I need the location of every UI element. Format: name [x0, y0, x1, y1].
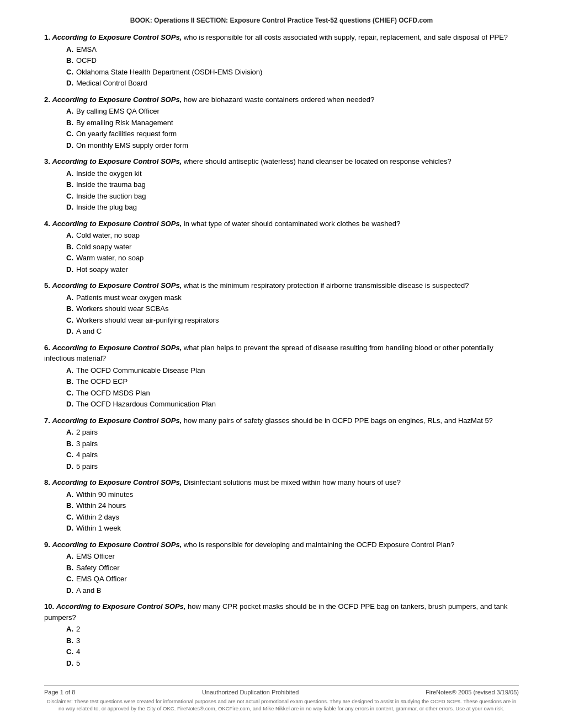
question-6-number: 6. [44, 344, 52, 352]
question-8-answers: A.Within 90 minutesB.Within 24 hoursC.Wi… [44, 489, 519, 534]
answer-letter: A. [66, 168, 76, 179]
footer-right: FireNotes® 2005 (revised 3/19/05) [426, 689, 519, 695]
footer: Page 1 of 8 Unauthorized Duplication Pro… [44, 685, 519, 713]
question-3-answer-2: C.Inside the suction bag [66, 191, 519, 202]
answer-letter: A. [66, 624, 76, 635]
question-10-answers: A.2B.3C.4D.5 [44, 624, 519, 668]
answer-letter: A. [66, 427, 76, 438]
question-2: 2. According to Exposure Control SOPs, h… [44, 94, 519, 151]
questions-container: 1. According to Exposure Control SOPs, w… [44, 32, 519, 668]
question-10-answer-2: C.4 [66, 646, 519, 657]
question-7-answer-3: D.5 pairs [66, 461, 519, 472]
question-9-answer-1: B.Safety Officer [66, 563, 519, 574]
footer-page: Page 1 of 8 [44, 689, 75, 695]
question-8-answer-0: A.Within 90 minutes [66, 489, 519, 500]
answer-letter: C. [66, 253, 76, 264]
answer-letter: D. [66, 399, 76, 410]
question-2-answer-3: D.On monthly EMS supply order form [66, 140, 519, 151]
question-7-stem-italic: According to Exposure Control SOPs, [52, 416, 182, 425]
answer-text: Oklahoma State Health Department (OSDH-E… [76, 68, 262, 76]
answer-letter: C. [66, 67, 76, 78]
question-3-answer-1: B.Inside the trauma bag [66, 179, 519, 190]
question-9-number: 9. [44, 540, 52, 549]
answer-letter: A. [66, 292, 76, 303]
question-7-answer-1: B.3 pairs [66, 438, 519, 449]
question-1-stem-italic: According to Exposure Control SOPs, [52, 33, 182, 41]
answer-text: Workers should wear air-purifying respir… [76, 316, 219, 324]
answer-letter: B. [66, 303, 76, 314]
question-10-number: 10. [44, 602, 56, 611]
question-1-answer-1: B.OCFD [66, 55, 519, 66]
answer-letter: D. [66, 461, 76, 472]
answer-letter: D. [66, 78, 76, 89]
question-2-stem-italic: According to Exposure Control SOPs, [52, 95, 182, 104]
question-3-answer-3: D.Inside the plug bag [66, 202, 519, 213]
answer-letter: D. [66, 326, 76, 337]
question-4-answer-3: D.Hot soapy water [66, 264, 519, 275]
answer-letter: C. [66, 191, 76, 202]
question-2-answer-1: B.By emailing Risk Management [66, 117, 519, 129]
answer-text: Patients must wear oxygen mask [76, 293, 182, 302]
question-7-answers: A.2 pairsB.3 pairsC.4 pairsD.5 pairs [44, 427, 519, 472]
answer-text: A and B [76, 586, 102, 595]
question-10-answer-0: A.2 [66, 624, 519, 635]
answer-text: Inside the plug bag [76, 203, 137, 211]
answer-letter: B. [66, 500, 76, 511]
answer-text: Within 2 days [76, 513, 119, 521]
question-9-stem-rest: who is responsible for developing and ma… [182, 540, 454, 549]
question-7: 7. According to Exposure Control SOPs, h… [44, 415, 519, 472]
answer-letter: D. [66, 658, 76, 669]
answer-text: EMSA [76, 45, 97, 53]
answer-letter: D. [66, 585, 76, 596]
question-4-answers: A.Cold water, no soapB.Cold soapy waterC… [44, 230, 519, 275]
answer-letter: C. [66, 449, 76, 461]
question-1-answers: A.EMSAB.OCFDC.Oklahoma State Health Depa… [44, 44, 519, 89]
answer-text: Cold soapy water [76, 243, 131, 251]
answer-text: The OCFD MSDS Plan [76, 389, 150, 397]
answer-letter: C. [66, 512, 76, 523]
question-6-answer-2: C.The OCFD MSDS Plan [66, 388, 519, 399]
answer-text: OCFD [76, 56, 97, 65]
answer-letter: D. [66, 264, 76, 275]
question-9-text: 9. According to Exposure Control SOPs, w… [44, 539, 519, 550]
question-8-answer-2: C.Within 2 days [66, 512, 519, 523]
answer-text: The OCFD Hazardous Communication Plan [76, 400, 216, 408]
question-10-stem-italic: According to Exposure Control SOPs, [56, 602, 186, 611]
question-8-stem-rest: Disinfectant solutions must be mixed wit… [182, 478, 401, 486]
question-6-answer-3: D.The OCFD Hazardous Communication Plan [66, 399, 519, 410]
answer-text: Inside the suction bag [76, 192, 146, 200]
answer-text: 5 [76, 659, 80, 667]
question-3-stem-rest: where should antiseptic (waterless) hand… [182, 157, 452, 165]
question-5-stem-rest: what is the minimum respiratory protecti… [182, 281, 469, 290]
answer-letter: D. [66, 140, 76, 151]
answer-text: Within 1 week [76, 524, 121, 532]
answer-text: Within 90 minutes [76, 490, 133, 499]
answer-text: Hot soapy water [76, 265, 128, 274]
answer-text: 3 pairs [76, 440, 98, 448]
question-4-stem-rest: in what type of water should contaminate… [182, 220, 400, 228]
answer-text: Inside the trauma bag [76, 180, 146, 189]
footer-disclaimer: Disclaimer: These test questions were cr… [44, 698, 519, 713]
question-3-answer-0: A.Inside the oxygen kit [66, 168, 519, 179]
question-8-stem-italic: According to Exposure Control SOPs, [52, 478, 182, 486]
question-8-answer-3: D.Within 1 week [66, 523, 519, 534]
answer-text: On monthly EMS supply order form [76, 141, 188, 149]
footer-center: Unauthorized Duplication Prohibited [202, 689, 299, 695]
question-2-answer-0: A.By calling EMS QA Officer [66, 106, 519, 117]
question-2-stem-rest: how are biohazard waste containers order… [182, 95, 374, 104]
question-8-text: 8. According to Exposure Control SOPs, D… [44, 477, 519, 488]
answer-letter: B. [66, 635, 76, 646]
question-5-answer-1: B.Workers should wear SCBAs [66, 303, 519, 314]
question-7-answer-2: C.4 pairs [66, 449, 519, 461]
question-8-number: 8. [44, 478, 52, 486]
question-7-stem-rest: how many pairs of safety glasses should … [182, 416, 493, 425]
question-10-answer-3: D.5 [66, 658, 519, 669]
answer-letter: A. [66, 551, 76, 562]
question-9-answers: A.EMS OfficerB.Safety OfficerC.EMS QA Of… [44, 551, 519, 596]
question-10-answer-1: B.3 [66, 635, 519, 646]
answer-text: The OCFD Communicable Disease Plan [76, 366, 205, 374]
question-9-answer-3: D.A and B [66, 585, 519, 596]
answer-letter: C. [66, 574, 76, 585]
question-9: 9. According to Exposure Control SOPs, w… [44, 539, 519, 596]
answer-text: Within 24 hours [76, 501, 126, 510]
